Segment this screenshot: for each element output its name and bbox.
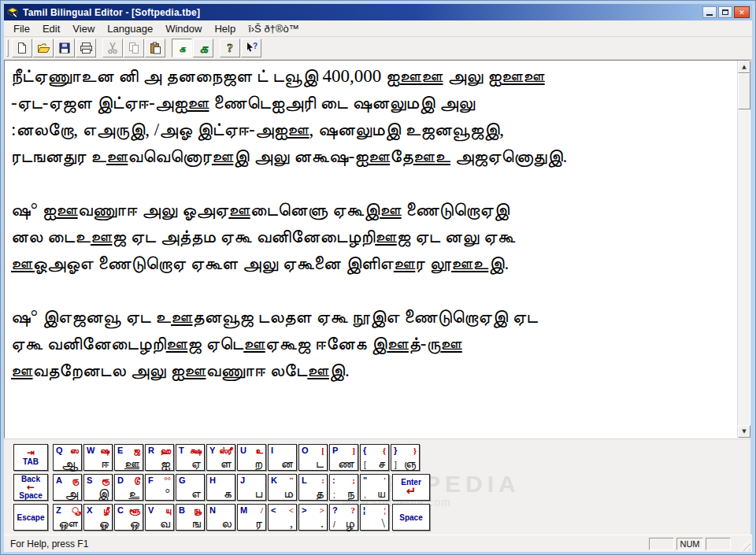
key-i[interactable]: Iன	[268, 444, 297, 471]
key-g[interactable]: Gஎ	[176, 474, 205, 501]
key-<[interactable]: <<,	[268, 504, 297, 531]
copy-button[interactable]	[124, 39, 144, 57]
key-t[interactable]: Tக்ஷஏ	[176, 444, 205, 471]
key-r[interactable]: Rஹஐ	[145, 444, 174, 471]
key-latin-label: Z	[56, 505, 61, 515]
tamil-font-small-button[interactable]: க	[172, 39, 192, 57]
text-segment: ஊ	[56, 200, 77, 220]
editor-line: ஷ° இஎஜனவூ ஏட உஊதனவூஜ டலதள ஏகூ நூஇஎ ணைடுற…	[11, 304, 731, 331]
vertical-scrollbar[interactable]: ▲ ▼	[737, 61, 750, 438]
key-l[interactable]: L:த	[298, 474, 328, 501]
key-tamil-label: ல	[221, 517, 232, 530]
toolbar-grip[interactable]	[6, 39, 9, 57]
key-space[interactable]: Space	[392, 504, 430, 531]
text-segment: ஊஉ	[451, 253, 488, 273]
key-?[interactable]: ??/ழ	[329, 504, 358, 531]
key-¦[interactable]: ¦¦\	[360, 504, 389, 531]
key-tamil-label: த	[316, 487, 324, 500]
key-s[interactable]: Sரூஇ	[83, 474, 113, 501]
editor-line: -ஏட-ஏஜள இட்ஏஈ-அஐஊ ணைடெஐஅரி டை ஷனலுமஇ அலு	[11, 90, 731, 117]
key-q[interactable]: Qஸஆ	[53, 444, 82, 471]
close-button[interactable]: ✕	[734, 6, 750, 18]
key-u[interactable]: Uஉற	[237, 444, 266, 471]
minimize-icon	[706, 14, 713, 16]
key-escape[interactable]: Escape	[13, 504, 48, 531]
maximize-button[interactable]	[718, 6, 732, 18]
menu-item-language[interactable]: Language	[101, 21, 159, 36]
print-button[interactable]	[76, 39, 96, 57]
menu-item-extra[interactable]: î›Š ð†®ò™	[242, 21, 306, 36]
text-segment: ஊ	[243, 334, 265, 353]
key-f[interactable]: F°°°	[145, 474, 174, 501]
text-segment: ஊ	[91, 227, 112, 246]
key-j[interactable]: Jப	[237, 474, 266, 501]
key-k[interactable]: K"ம	[268, 474, 297, 501]
text-segment: நீட்ஏணுாஉன னி அ தனநைஜள ட் டவூஇ 400,000 ஐ	[11, 66, 400, 86]
arrow-up-icon: ▲	[742, 64, 746, 70]
key-punct-label: /	[333, 520, 335, 529]
scroll-down-button[interactable]: ▼	[738, 425, 750, 438]
key-h[interactable]: Hக	[206, 474, 235, 501]
text-segment: ஊ	[287, 120, 309, 139]
key-tab[interactable]: ⇥TAB	[13, 444, 48, 471]
key-:[interactable]: :;;ந	[329, 474, 358, 501]
key-}[interactable]: }}]ஞ	[391, 444, 420, 471]
maximize-icon	[722, 9, 728, 15]
text-segment: ரடஙனதுர உ	[11, 146, 106, 166]
key-x[interactable]: Xழீஓ	[83, 504, 113, 531]
key-shift-label: '	[384, 475, 386, 485]
menu-item-edit[interactable]: Edit	[36, 21, 66, 36]
print-icon	[80, 42, 93, 54]
key-e[interactable]: Eஜஊ	[114, 444, 143, 471]
key-latin-label: :	[332, 475, 335, 485]
cut-button[interactable]	[102, 39, 123, 57]
key-z[interactable]: Zூஔ	[53, 504, 82, 531]
text-segment: ர லூ	[415, 253, 451, 273]
paste-button[interactable]	[145, 39, 165, 57]
key-b[interactable]: Bஙூங	[176, 504, 205, 531]
key-"[interactable]: "',ய	[360, 474, 389, 501]
key-o[interactable]: O[ட	[298, 444, 328, 471]
menu-item-window[interactable]: Window	[159, 21, 208, 36]
key-n[interactable]: Nல	[206, 504, 235, 531]
key-w[interactable]: Wஷஈ	[83, 444, 113, 471]
enter-arrow-icon: ↵	[406, 487, 417, 498]
save-button[interactable]	[54, 39, 75, 57]
key->[interactable]: >>.	[298, 504, 328, 531]
key-tamil-label: எ	[191, 487, 201, 500]
scroll-up-button[interactable]: ▲	[738, 61, 750, 73]
text-segment: ஊ	[228, 200, 250, 220]
key-v[interactable]: Vயுவ	[145, 504, 174, 531]
document-text[interactable]: நீட்ஏணுாஉன னி அ தனநைஜள ட் டவூஇ 400,000 ஐ…	[5, 61, 737, 438]
new-button[interactable]	[12, 39, 32, 57]
open-button[interactable]	[33, 39, 54, 57]
help-button[interactable]: ?	[220, 39, 240, 57]
key-a[interactable]: Aருஅ	[53, 474, 82, 501]
key-d[interactable]: Dடூஉ	[114, 474, 143, 501]
key-backspace[interactable]: Back←Space	[13, 474, 48, 501]
key-shift-label: ளூ	[129, 505, 140, 516]
key-shift-label: /	[261, 505, 263, 515]
key-tamil-label: ய	[377, 487, 385, 500]
key-{[interactable]: {{[ச	[360, 444, 389, 471]
key-enter[interactable]: Enter↵	[392, 474, 430, 501]
key-c[interactable]: Cளூஒ	[114, 504, 143, 531]
key-p[interactable]: P]ண	[329, 444, 358, 471]
minimize-button[interactable]	[702, 6, 717, 18]
tamil-font-large-button[interactable]: க	[193, 39, 213, 57]
editor-line: ஊவதறேனடல அலு ஐஊவணுாஈ லடேஊஇ.	[11, 357, 731, 384]
key-y[interactable]: Yஸ்ரீள	[206, 444, 235, 471]
menu-item-help[interactable]: Help	[208, 21, 242, 36]
key-latin-label: T	[179, 446, 184, 455]
scrollbar-thumb[interactable]	[738, 73, 750, 109]
editor-area[interactable]: நீட்ஏணுாஉன னி அ தனநைஜள ட் டவூஇ 400,000 ஐ…	[4, 60, 750, 438]
menu-item-file[interactable]: File	[7, 21, 36, 36]
status-message: For Help, press F1	[4, 538, 649, 549]
editor-line: ஏகூ வனினேடைழறிஊஜ ஏடெஊஏகூஜ ஈனேக இஊத்-ருஊ	[11, 331, 731, 357]
resize-grip[interactable]	[739, 540, 750, 551]
key-shift-label: "	[289, 475, 294, 485]
text-segment: தனவூஜ டலதள ஏகூ நூஇஎ ணைடுறொஏஇ ஏட	[192, 307, 537, 327]
key-m[interactable]: M/ர	[237, 504, 266, 531]
menu-item-view[interactable]: View	[66, 21, 101, 36]
context-help-button[interactable]: ?	[241, 39, 261, 57]
